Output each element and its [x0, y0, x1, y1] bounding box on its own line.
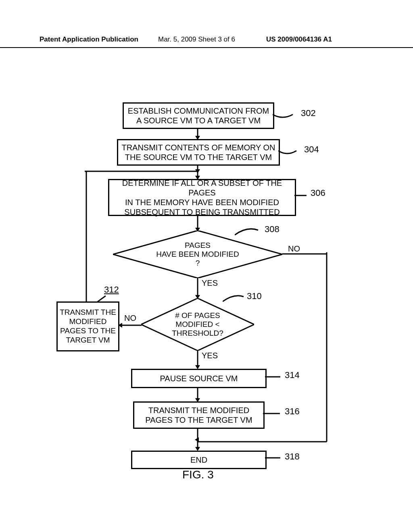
box-transmit-modified-loop: TRANSMIT THE MODIFIED PAGES TO THE TARGE…: [56, 301, 119, 351]
connector-line: [198, 440, 328, 443]
box-text: THE SOURCE VM TO THE TARGET VM: [125, 152, 272, 162]
leader-line: [97, 295, 108, 302]
box-text: TRANSMIT CONTENTS OF MEMORY ON: [121, 143, 275, 152]
text-line: HAVE BEEN MODIFIED: [156, 250, 239, 258]
box-text: MODIFIED: [69, 317, 107, 326]
label-yes: YES: [202, 278, 218, 288]
text-line: MODIFIED <: [175, 320, 219, 328]
label-yes: YES: [202, 351, 218, 360]
box-text: A SOURCE VM TO A TARGET VM: [136, 116, 261, 125]
box-text: TRANSMIT THE MODIFIED: [148, 405, 249, 415]
leader-line: [265, 373, 284, 381]
box-text: PAGES TO THE TARGET VM: [145, 415, 252, 425]
arrow-down: [195, 387, 200, 402]
box-text: PAGES TO THE: [60, 326, 116, 336]
svg-marker-29: [195, 437, 199, 442]
refnum-312: 312: [104, 285, 119, 295]
decision-text: PAGES HAVE BEEN MODIFIED ?: [156, 241, 239, 268]
leader-line: [265, 454, 284, 462]
box-text: TRANSMIT THE: [60, 308, 116, 317]
box-end: END: [131, 451, 267, 469]
arrow-left: [118, 322, 142, 328]
decision-threshold: # OF PAGES MODIFIED < THRESHOLD?: [141, 298, 254, 351]
box-text: SUBSEQUENT TO BEING TRANSMITTED: [124, 207, 280, 217]
arrow-merge-left: [195, 437, 200, 443]
arrow-down: [195, 215, 200, 232]
refnum-318: 318: [285, 451, 300, 462]
leader-line: [278, 145, 302, 156]
decision-text: # OF PAGES MODIFIED < THRESHOLD?: [172, 311, 223, 338]
figure-label: FIG. 3: [182, 468, 214, 481]
svg-line-18: [97, 296, 106, 302]
box-text: PAUSE SOURCE VM: [160, 374, 238, 383]
refnum-316: 316: [285, 406, 300, 417]
refnum-308: 308: [265, 224, 280, 235]
connector-line: [85, 170, 198, 173]
leader-line: [294, 191, 311, 200]
arrow-down: [195, 278, 200, 299]
text-line: THRESHOLD?: [172, 329, 223, 337]
label-no: NO: [124, 314, 136, 323]
leader-line: [223, 293, 248, 303]
decision-pages-modified: PAGES HAVE BEEN MODIFIED ?: [113, 231, 282, 278]
box-text: END: [190, 455, 207, 465]
refnum-306: 306: [311, 188, 325, 198]
box-transmit-modified-target: TRANSMIT THE MODIFIED PAGES TO THE TARGE…: [133, 401, 265, 429]
flowchart: ESTABLISH COMMUNICATION FROM A SOURCE VM…: [0, 0, 413, 532]
leader-line: [263, 409, 284, 418]
arrow-down: [195, 128, 200, 140]
leader-line: [273, 109, 301, 120]
svg-marker-21: [195, 169, 200, 173]
box-pause-source: PAUSE SOURCE VM: [131, 369, 267, 388]
box-establish-communication: ESTABLISH COMMUNICATION FROM A SOURCE VM…: [123, 102, 274, 129]
box-text: IN THE MEMORY HAVE BEEN MODIFIED: [125, 197, 279, 207]
text-line: PAGES: [185, 241, 211, 249]
text-line: # OF PAGES: [175, 311, 220, 320]
box-text: DETERMINE IF ALL OR A SUBSET OF THE PAGE…: [109, 178, 295, 197]
connector-line: [325, 252, 328, 442]
leader-line: [235, 226, 263, 237]
connector-line: [282, 252, 327, 256]
box-transmit-memory: TRANSMIT CONTENTS OF MEMORY ON THE SOURC…: [117, 139, 280, 166]
refnum-302: 302: [301, 108, 316, 118]
arrow-down: [195, 351, 200, 369]
text-line: ?: [196, 259, 200, 267]
arrow-merge: [195, 168, 200, 173]
connector-line: [85, 171, 88, 303]
box-determine-modified: DETERMINE IF ALL OR A SUBSET OF THE PAGE…: [108, 179, 296, 216]
box-text: TARGET VM: [66, 336, 110, 345]
box-text: ESTABLISH COMMUNICATION FROM: [128, 106, 269, 116]
refnum-314: 314: [285, 370, 300, 380]
refnum-304: 304: [304, 144, 319, 155]
refnum-310: 310: [247, 291, 262, 301]
